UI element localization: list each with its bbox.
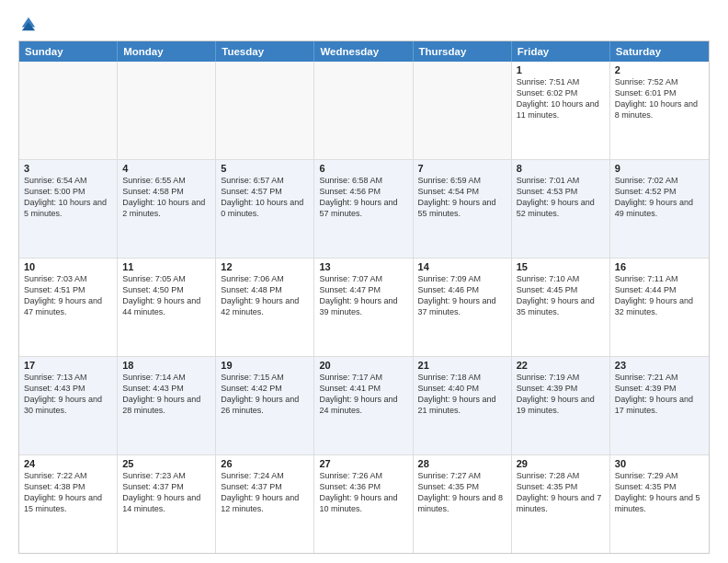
day-number: 9 xyxy=(615,163,704,174)
day-number: 3 xyxy=(24,163,112,174)
day-info: Sunrise: 7:05 AMSunset: 4:50 PMDaylight:… xyxy=(122,273,210,318)
day-info: Sunrise: 7:18 AMSunset: 4:40 PMDaylight:… xyxy=(418,372,506,417)
day-number: 27 xyxy=(319,458,407,469)
day-number: 7 xyxy=(418,163,506,174)
calendar-cell-3-3: 12Sunrise: 7:06 AMSunset: 4:48 PMDayligh… xyxy=(216,259,314,356)
calendar-row-4: 17Sunrise: 7:13 AMSunset: 4:43 PMDayligh… xyxy=(19,357,709,455)
day-number: 17 xyxy=(24,360,112,371)
calendar-cell-2-1: 3Sunrise: 6:54 AMSunset: 5:00 PMDaylight… xyxy=(19,160,118,258)
calendar-row-1: 1Sunrise: 7:51 AMSunset: 6:02 PMDaylight… xyxy=(19,62,709,160)
day-info: Sunrise: 7:21 AMSunset: 4:39 PMDaylight:… xyxy=(615,372,704,417)
calendar-cell-5-3: 26Sunrise: 7:24 AMSunset: 4:37 PMDayligh… xyxy=(216,455,314,553)
logo-icon xyxy=(20,16,37,32)
calendar-cell-5-7: 30Sunrise: 7:29 AMSunset: 4:35 PMDayligh… xyxy=(610,455,709,553)
calendar-cell-2-4: 6Sunrise: 6:58 AMSunset: 4:56 PMDaylight… xyxy=(314,160,413,258)
calendar-cell-2-3: 5Sunrise: 6:57 AMSunset: 4:57 PMDaylight… xyxy=(216,160,314,258)
calendar-cell-1-5 xyxy=(414,62,512,159)
day-info: Sunrise: 7:52 AMSunset: 6:01 PMDaylight:… xyxy=(615,76,704,121)
day-number: 18 xyxy=(122,360,210,371)
day-info: Sunrise: 7:22 AMSunset: 4:38 PMDaylight:… xyxy=(24,470,112,515)
calendar-cell-1-7: 2Sunrise: 7:52 AMSunset: 6:01 PMDaylight… xyxy=(610,62,709,159)
calendar-cell-4-6: 22Sunrise: 7:19 AMSunset: 4:39 PMDayligh… xyxy=(512,357,610,454)
calendar-header: SundayMondayTuesdayWednesdayThursdayFrid… xyxy=(19,41,709,62)
day-number: 5 xyxy=(221,163,309,174)
day-number: 10 xyxy=(24,261,112,272)
day-number: 26 xyxy=(221,458,309,469)
calendar-cell-3-1: 10Sunrise: 7:03 AMSunset: 4:51 PMDayligh… xyxy=(19,259,118,356)
day-info: Sunrise: 7:15 AMSunset: 4:42 PMDaylight:… xyxy=(221,372,309,417)
day-number: 28 xyxy=(418,458,506,469)
day-info: Sunrise: 7:17 AMSunset: 4:41 PMDaylight:… xyxy=(319,372,407,417)
weekday-header-wednesday: Wednesday xyxy=(314,41,413,62)
calendar-cell-1-4 xyxy=(314,62,413,159)
day-info: Sunrise: 7:09 AMSunset: 4:46 PMDaylight:… xyxy=(418,273,506,318)
calendar-cell-3-6: 15Sunrise: 7:10 AMSunset: 4:45 PMDayligh… xyxy=(512,259,610,356)
day-info: Sunrise: 7:28 AMSunset: 4:35 PMDaylight:… xyxy=(517,470,605,515)
day-info: Sunrise: 7:02 AMSunset: 4:52 PMDaylight:… xyxy=(615,175,704,220)
calendar-cell-5-5: 28Sunrise: 7:27 AMSunset: 4:35 PMDayligh… xyxy=(414,455,512,553)
day-number: 30 xyxy=(615,458,704,469)
calendar-row-5: 24Sunrise: 7:22 AMSunset: 4:38 PMDayligh… xyxy=(19,455,709,553)
day-number: 16 xyxy=(615,261,704,272)
day-info: Sunrise: 6:58 AMSunset: 4:56 PMDaylight:… xyxy=(319,175,407,220)
calendar-cell-1-3 xyxy=(216,62,314,159)
weekday-header-sunday: Sunday xyxy=(19,41,118,62)
calendar-cell-4-2: 18Sunrise: 7:14 AMSunset: 4:43 PMDayligh… xyxy=(118,357,216,454)
day-number: 25 xyxy=(122,458,210,469)
day-info: Sunrise: 6:57 AMSunset: 4:57 PMDaylight:… xyxy=(221,175,309,220)
day-number: 1 xyxy=(517,64,605,75)
weekday-header-saturday: Saturday xyxy=(610,41,709,62)
calendar-cell-5-4: 27Sunrise: 7:26 AMSunset: 4:36 PMDayligh… xyxy=(314,455,413,553)
day-number: 19 xyxy=(221,360,309,371)
weekday-header-thursday: Thursday xyxy=(414,41,512,62)
calendar-cell-5-6: 29Sunrise: 7:28 AMSunset: 4:35 PMDayligh… xyxy=(512,455,610,553)
day-number: 4 xyxy=(122,163,210,174)
calendar-cell-1-2 xyxy=(118,62,216,159)
calendar-cell-2-6: 8Sunrise: 7:01 AMSunset: 4:53 PMDaylight… xyxy=(512,160,610,258)
day-info: Sunrise: 7:29 AMSunset: 4:35 PMDaylight:… xyxy=(615,470,704,515)
calendar-cell-4-4: 20Sunrise: 7:17 AMSunset: 4:41 PMDayligh… xyxy=(314,357,413,454)
logo xyxy=(18,15,37,33)
day-number: 24 xyxy=(24,458,112,469)
calendar-cell-3-5: 14Sunrise: 7:09 AMSunset: 4:46 PMDayligh… xyxy=(414,259,512,356)
day-number: 11 xyxy=(122,261,210,272)
calendar-cell-2-7: 9Sunrise: 7:02 AMSunset: 4:52 PMDaylight… xyxy=(610,160,709,258)
calendar-cell-4-1: 17Sunrise: 7:13 AMSunset: 4:43 PMDayligh… xyxy=(19,357,118,454)
calendar-cell-1-1 xyxy=(19,62,118,159)
day-info: Sunrise: 7:51 AMSunset: 6:02 PMDaylight:… xyxy=(517,76,605,121)
calendar-cell-5-2: 25Sunrise: 7:23 AMSunset: 4:37 PMDayligh… xyxy=(118,455,216,553)
day-info: Sunrise: 7:19 AMSunset: 4:39 PMDaylight:… xyxy=(517,372,605,417)
calendar-cell-2-5: 7Sunrise: 6:59 AMSunset: 4:54 PMDaylight… xyxy=(414,160,512,258)
day-info: Sunrise: 7:10 AMSunset: 4:45 PMDaylight:… xyxy=(517,273,605,318)
calendar-cell-3-4: 13Sunrise: 7:07 AMSunset: 4:47 PMDayligh… xyxy=(314,259,413,356)
day-number: 29 xyxy=(517,458,605,469)
day-info: Sunrise: 7:23 AMSunset: 4:37 PMDaylight:… xyxy=(122,470,210,515)
calendar-row-2: 3Sunrise: 6:54 AMSunset: 5:00 PMDaylight… xyxy=(19,160,709,259)
day-info: Sunrise: 7:11 AMSunset: 4:44 PMDaylight:… xyxy=(615,273,704,318)
calendar: SundayMondayTuesdayWednesdayThursdayFrid… xyxy=(18,40,710,554)
day-info: Sunrise: 7:27 AMSunset: 4:35 PMDaylight:… xyxy=(418,470,506,515)
day-number: 8 xyxy=(517,163,605,174)
weekday-header-monday: Monday xyxy=(118,41,216,62)
calendar-cell-2-2: 4Sunrise: 6:55 AMSunset: 4:58 PMDaylight… xyxy=(118,160,216,258)
day-number: 20 xyxy=(319,360,407,371)
day-number: 23 xyxy=(615,360,704,371)
day-info: Sunrise: 7:24 AMSunset: 4:37 PMDaylight:… xyxy=(221,470,309,515)
day-number: 12 xyxy=(221,261,309,272)
day-number: 22 xyxy=(517,360,605,371)
weekday-header-friday: Friday xyxy=(512,41,610,62)
day-info: Sunrise: 6:59 AMSunset: 4:54 PMDaylight:… xyxy=(418,175,506,220)
calendar-cell-1-6: 1Sunrise: 7:51 AMSunset: 6:02 PMDaylight… xyxy=(512,62,610,159)
day-info: Sunrise: 6:55 AMSunset: 4:58 PMDaylight:… xyxy=(122,175,210,220)
day-number: 13 xyxy=(319,261,407,272)
day-info: Sunrise: 7:26 AMSunset: 4:36 PMDaylight:… xyxy=(319,470,407,515)
calendar-cell-4-5: 21Sunrise: 7:18 AMSunset: 4:40 PMDayligh… xyxy=(414,357,512,454)
day-number: 2 xyxy=(615,64,704,75)
calendar-body: 1Sunrise: 7:51 AMSunset: 6:02 PMDaylight… xyxy=(19,62,709,553)
day-info: Sunrise: 7:07 AMSunset: 4:47 PMDaylight:… xyxy=(319,273,407,318)
calendar-cell-5-1: 24Sunrise: 7:22 AMSunset: 4:38 PMDayligh… xyxy=(19,455,118,553)
calendar-row-3: 10Sunrise: 7:03 AMSunset: 4:51 PMDayligh… xyxy=(19,259,709,357)
day-info: Sunrise: 7:14 AMSunset: 4:43 PMDaylight:… xyxy=(122,372,210,417)
day-number: 14 xyxy=(418,261,506,272)
calendar-cell-3-7: 16Sunrise: 7:11 AMSunset: 4:44 PMDayligh… xyxy=(610,259,709,356)
